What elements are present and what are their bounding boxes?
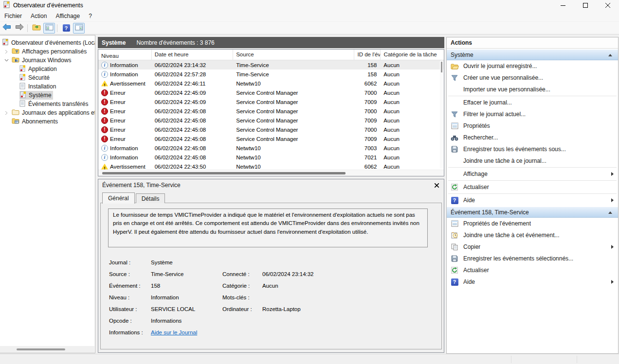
- field-label: Journal :: [109, 260, 151, 265]
- tree-item-journaux-applications[interactable]: Journaux des applications et: [0, 108, 95, 117]
- help-button[interactable]: [60, 23, 72, 34]
- action-event-properties[interactable]: Propriétés de l'événement: [447, 218, 618, 229]
- scrollbar-thumb[interactable]: [441, 62, 442, 72]
- help-icon: [451, 197, 458, 204]
- field-label: Mots-clés :: [222, 295, 262, 300]
- chevron-down-icon[interactable]: [4, 59, 9, 62]
- chevron-right-icon[interactable]: [4, 111, 9, 115]
- tree-item-affichages-personnalises[interactable]: Affichages personnalisés: [0, 47, 95, 56]
- column-header-date[interactable]: Date et heure: [152, 50, 234, 60]
- action-save-selected-events[interactable]: Enregistrer les événements sélectionnés.…: [447, 253, 618, 264]
- scrollbar-thumb[interactable]: [17, 348, 65, 350]
- column-header-niveau[interactable]: Niveau: [98, 50, 152, 60]
- menu-action[interactable]: Action: [26, 11, 51, 21]
- event-description[interactable]: Le fournisseur de temps VMICTimeProvider…: [108, 208, 428, 247]
- action-copy[interactable]: Copier: [447, 241, 618, 253]
- tree-item-systeme[interactable]: Système: [0, 91, 95, 100]
- table-row[interactable]: Erreur 06/02/2024 22:45:09 Service Contr…: [98, 97, 444, 106]
- action-filter-current-log[interactable]: Filtrer le journal actuel...: [447, 108, 618, 120]
- action-properties[interactable]: Propriétés: [447, 120, 618, 132]
- forward-button[interactable]: [14, 23, 25, 34]
- level-text: Erreur: [110, 127, 126, 133]
- table-horizontal-scrollbar[interactable]: [98, 170, 444, 176]
- table-row[interactable]: Avertissement 06/02/2024 22:43:50 Netwtw…: [98, 162, 444, 170]
- menu-affichage[interactable]: Affichage: [51, 11, 84, 21]
- table-row[interactable]: Erreur 06/02/2024 22:45:08 Service Contr…: [98, 116, 444, 125]
- tab-details[interactable]: Détails: [136, 193, 165, 203]
- tree-item-securite[interactable]: Sécurité: [0, 73, 95, 82]
- tree-horizontal-scrollbar[interactable]: [0, 346, 94, 353]
- folder-filter-icon: [12, 48, 19, 55]
- category-cell: Aucun: [381, 62, 444, 68]
- tree-root[interactable]: Observateur d'événements (Local): [0, 38, 95, 47]
- title-bar: Observateur d'événements: [0, 0, 619, 11]
- tree-item-evenements-transferes[interactable]: Événements transférés: [0, 100, 95, 108]
- table-row[interactable]: Avertissement 06/02/2024 22:46:11 Netwtw…: [98, 79, 444, 88]
- actions-section-systeme[interactable]: Système: [447, 49, 618, 60]
- journal-help-link[interactable]: Aide sur le Journal: [151, 329, 222, 335]
- tree-item-abonnements[interactable]: Abonnements: [0, 117, 95, 126]
- action-help-event[interactable]: Aide: [447, 276, 618, 288]
- column-header-id[interactable]: ID de l'év...: [354, 50, 381, 60]
- menu-help[interactable]: ?: [84, 11, 96, 21]
- action-help[interactable]: Aide: [447, 194, 618, 206]
- column-header-source[interactable]: Source: [233, 50, 354, 60]
- tab-general[interactable]: Général: [102, 192, 135, 204]
- tree-item-installation[interactable]: Installation: [0, 82, 95, 91]
- date-cell: 06/02/2024 22:57:28: [152, 71, 234, 77]
- action-clear-log[interactable]: Effacer le journal...: [447, 97, 618, 108]
- field-label: Événement :: [109, 283, 151, 289]
- action-view[interactable]: Affichage: [447, 168, 618, 180]
- action-attach-task-to-log[interactable]: Joindre une tâche à ce journal...: [447, 155, 618, 167]
- source-cell: Netwtw10: [233, 155, 354, 160]
- table-row[interactable]: Information 06/02/2024 23:14:32 Time-Ser…: [98, 60, 444, 69]
- close-button[interactable]: [597, 0, 619, 11]
- action-refresh[interactable]: Actualiser: [447, 181, 618, 193]
- open-saved-log-button[interactable]: [31, 23, 42, 34]
- chevron-right-icon[interactable]: [4, 50, 9, 54]
- category-cell: Aucun: [381, 81, 444, 87]
- category-cell: Aucun: [381, 127, 444, 133]
- task-icon: [450, 232, 459, 239]
- help-icon: [63, 24, 70, 32]
- tree-item-application[interactable]: Application: [0, 65, 95, 73]
- date-cell: 06/02/2024 22:45:09: [152, 99, 234, 105]
- tree-item-journaux-windows[interactable]: Journaux Windows: [0, 56, 95, 65]
- actions-section-event[interactable]: Événement 158, Time-Service: [447, 207, 618, 218]
- tree-item-label: Journaux Windows: [22, 57, 71, 64]
- minimize-button[interactable]: [552, 0, 574, 11]
- scrollbar-thumb[interactable]: [102, 172, 346, 174]
- status-divider: [511, 356, 511, 363]
- back-button[interactable]: [1, 23, 13, 34]
- action-pane-toggle-button[interactable]: [73, 23, 85, 34]
- information-icon: [101, 145, 108, 152]
- menu-fichier[interactable]: Fichier: [0, 11, 26, 21]
- collapse-arrow-icon[interactable]: [608, 54, 612, 56]
- action-label: Enregistrer tous les événements sous...: [463, 146, 566, 153]
- level-text: Erreur: [110, 118, 126, 123]
- action-attach-task-to-event[interactable]: Joindre une tâche à cet événement...: [447, 229, 618, 241]
- close-icon[interactable]: [433, 182, 440, 189]
- action-open-saved-log[interactable]: Ouvrir le journal enregistré...: [447, 60, 618, 72]
- table-row[interactable]: Erreur 06/02/2024 22:45:09 Service Contr…: [98, 88, 444, 97]
- action-import-custom-view[interactable]: Importer une vue personnalisée...: [447, 84, 618, 95]
- table-row[interactable]: Information 06/02/2024 22:45:08 Netwtw10…: [98, 143, 444, 153]
- maximize-button[interactable]: [574, 0, 597, 11]
- table-row[interactable]: Erreur 06/02/2024 22:45:08 Service Contr…: [98, 125, 444, 134]
- collapse-arrow-icon[interactable]: [608, 211, 612, 214]
- action-save-all-events[interactable]: Enregistrer tous les événements sous...: [447, 143, 618, 155]
- column-header-categorie[interactable]: Catégorie de la tâche: [381, 50, 444, 60]
- table-row[interactable]: Information 06/02/2024 22:45:08 Netwtw10…: [98, 153, 444, 162]
- table-row[interactable]: Erreur 06/02/2024 22:45:08 Service Contr…: [98, 134, 444, 143]
- table-row[interactable]: Erreur 06/02/2024 22:45:08 Service Contr…: [98, 106, 444, 116]
- table-row[interactable]: Information 06/02/2024 22:57:28 Time-Ser…: [98, 69, 444, 79]
- action-create-custom-view[interactable]: Créer une vue personnalisée...: [447, 72, 618, 84]
- action-find[interactable]: Rechercher...: [447, 132, 618, 143]
- action-refresh-event[interactable]: Actualiser: [447, 264, 618, 276]
- refresh-icon: [450, 267, 459, 274]
- table-vertical-scrollbar[interactable]: [440, 61, 443, 169]
- source-cell: Service Control Manager: [233, 99, 354, 105]
- filter-icon: [450, 75, 459, 81]
- console-tree-toggle-button[interactable]: [43, 23, 55, 34]
- action-label: Enregistrer les événements sélectionnés.…: [463, 255, 573, 262]
